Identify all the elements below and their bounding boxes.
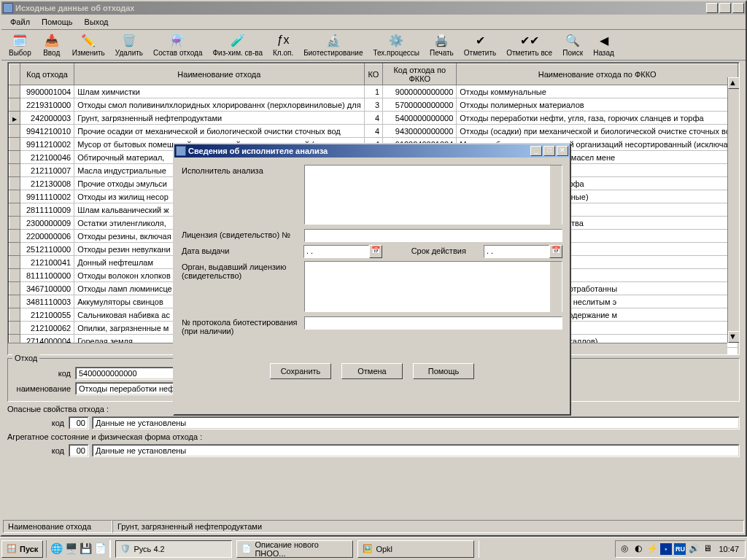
row-selector[interactable] (9, 190, 20, 203)
save-icon[interactable]: 💾 (79, 542, 92, 556)
grid-header[interactable]: Код отхода (20, 64, 74, 85)
grid-header[interactable] (9, 64, 20, 85)
row-selector[interactable] (9, 85, 20, 98)
row-selector[interactable] (9, 295, 20, 308)
tray-icon-display[interactable]: 🖥 (702, 543, 713, 555)
table-row[interactable]: 2219310000Отходы смол поливинилхлоридных… (9, 98, 738, 112)
tray-icon-1[interactable]: ◎ (619, 543, 630, 555)
grid-header[interactable]: Наименование отхода (74, 64, 365, 85)
row-selector[interactable] (9, 125, 20, 138)
task-button[interactable]: 🖼️Opkl (357, 540, 474, 558)
grid-header[interactable]: КО (364, 64, 383, 85)
menu-file[interactable]: Файл (4, 16, 36, 28)
tray-icon-vol[interactable]: 🔊 (688, 543, 700, 555)
cell-code: 9941210010 (20, 125, 74, 138)
tool-состав-отхода[interactable]: ⚗️Состав отхода (149, 31, 206, 58)
row-selector[interactable] (9, 308, 20, 322)
issued-date-picker-button[interactable]: 📅 (369, 245, 382, 258)
grid-vscroll[interactable]: ▲ ▼ (727, 77, 739, 343)
license-input[interactable] (304, 229, 562, 242)
scroll-up-button[interactable]: ▲ (728, 77, 740, 89)
table-row[interactable]: 242000003Грунт, загрязненный нефтепродук… (9, 112, 738, 125)
dialog-minimize-button[interactable]: _ (530, 146, 542, 156)
row-selector[interactable] (9, 322, 20, 335)
row-selector[interactable] (9, 151, 20, 164)
scroll-down-button[interactable]: ▼ (728, 331, 740, 343)
tool-icon: ⚗️ (171, 33, 185, 47)
row-selector[interactable] (9, 138, 20, 151)
row-selector[interactable] (9, 98, 20, 112)
desktop-icon[interactable]: 🖥️ (64, 542, 77, 556)
tool-поиск[interactable]: 🔍Поиск (558, 31, 587, 58)
tool-label: Биотестирование (303, 49, 363, 57)
tray-icon-2[interactable]: ◐ (632, 543, 644, 555)
cell-code: 212100062 (20, 322, 74, 335)
lang-indicator[interactable]: RU (674, 543, 686, 555)
task-button[interactable]: 🛡️Русь 4.2 (115, 540, 232, 558)
help-button[interactable]: Помощь (413, 363, 474, 379)
minimize-button[interactable]: _ (706, 3, 718, 13)
tray-icon-eu[interactable]: ⋆ (660, 543, 672, 555)
tool-назад[interactable]: ◀Назад (589, 31, 619, 58)
cell-code: 2811110009 (20, 203, 74, 217)
state-text-value: Данные не установлены (93, 445, 739, 456)
row-selector[interactable] (9, 112, 20, 125)
grid-header[interactable]: Наименование отхода по ФККО (457, 64, 738, 85)
cell-code: 9911110002 (20, 190, 74, 203)
row-selector[interactable] (9, 164, 20, 177)
save-button[interactable]: Сохранить (270, 363, 331, 379)
cell-code: 3467100000 (20, 282, 74, 295)
term-date-input[interactable]: . . (484, 245, 549, 258)
tool-биотестирование[interactable]: 🔬Биотестирование (299, 31, 367, 58)
cancel-button[interactable]: Отмена (341, 363, 403, 379)
cell-code: 212100041 (20, 256, 74, 269)
tool-выбор[interactable]: 🗓️Выбор (4, 31, 36, 58)
cell-code: 212100046 (20, 151, 74, 164)
tool-тех-процессы[interactable]: ⚙️Тех.процессы (368, 31, 424, 58)
tool-удалить[interactable]: 🗑️Удалить (111, 31, 147, 58)
protocol-input[interactable] (304, 316, 562, 330)
row-selector[interactable] (9, 282, 20, 295)
issued-date-input[interactable]: . . (303, 245, 369, 258)
authority-textarea[interactable] (304, 261, 562, 312)
clock[interactable]: 10:47 (716, 545, 742, 553)
tool-icon: 🗑️ (122, 33, 136, 47)
tool-кл-оп-[interactable]: ƒxКл.оп. (268, 31, 298, 58)
toolbar: 🗓️Выбор📥Ввод✏️Изменить🗑️Удалить⚗️Состав … (1, 30, 746, 61)
doc-icon[interactable]: 📄 (93, 542, 107, 556)
executor-textarea[interactable] (304, 165, 562, 225)
menu-help[interactable]: Помощь (36, 16, 79, 28)
row-selector[interactable] (9, 230, 20, 243)
row-selector[interactable] (9, 243, 20, 256)
state-title: Агрегатное состояние и физическая форма … (7, 432, 740, 441)
close-button[interactable]: ✕ (732, 3, 744, 13)
tool-отметить[interactable]: ✔Отметить (460, 31, 500, 58)
task-button[interactable]: 📄Описание нового ПНОО... (236, 540, 353, 558)
dialog-titlebar: Сведения об исполнителе анализа _ □ ✕ (174, 144, 570, 158)
row-selector[interactable] (9, 177, 20, 190)
quick-launch: 🌐 🖥️ 💾 📄 (46, 540, 110, 558)
term-date-picker-button[interactable]: 📅 (549, 245, 562, 258)
row-selector[interactable] (9, 203, 20, 217)
menu-exit[interactable]: Выход (79, 16, 115, 28)
table-row[interactable]: 9900001004Шлам химчистки19000000000000От… (9, 85, 738, 98)
tool-ввод[interactable]: 📥Ввод (37, 31, 66, 58)
dialog-maximize-button[interactable]: □ (543, 146, 555, 156)
tool-физ-хим-св-ва[interactable]: 🧪Физ-хим. св-ва (208, 31, 267, 58)
row-selector[interactable] (9, 256, 20, 269)
dialog-close-button[interactable]: ✕ (557, 146, 568, 156)
tray-icon-3[interactable]: ⚡ (646, 543, 658, 555)
grid-header[interactable]: Код отхода по ФККО (383, 64, 457, 85)
authority-scroll[interactable] (550, 262, 562, 313)
tool-печать[interactable]: 🖨️Печать (425, 31, 458, 58)
executor-scroll[interactable] (550, 166, 562, 225)
tool-изменить[interactable]: ✏️Изменить (68, 31, 109, 58)
row-selector[interactable] (9, 269, 20, 282)
row-selector[interactable] (9, 217, 20, 230)
main-titlebar: Исходные данные об отходах _ □ ✕ (1, 1, 746, 15)
tool-отметить-все[interactable]: ✔✔Отметить все (502, 31, 557, 58)
table-row[interactable]: 9941210010Прочие осадки от механической … (9, 125, 738, 138)
ie-icon[interactable]: 🌐 (50, 542, 63, 556)
maximize-button[interactable]: □ (719, 3, 731, 13)
start-button[interactable]: 🪟 Пуск (1, 540, 43, 558)
